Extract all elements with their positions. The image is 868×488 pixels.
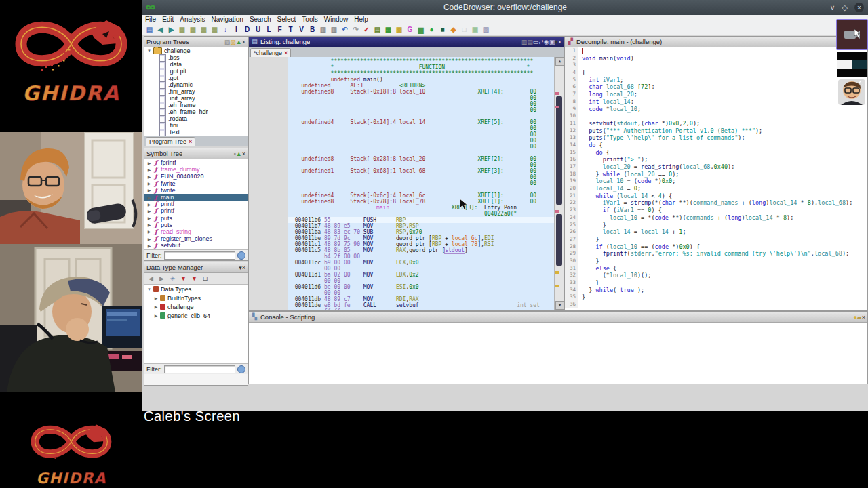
- listing-line[interactable]: ****************************************…: [288, 58, 554, 64]
- decompile-line[interactable]: 24 local_10 = *(code **)(commands + (lon…: [565, 214, 867, 222]
- close-icon[interactable]: ×: [242, 264, 245, 271]
- menu-file[interactable]: File: [145, 16, 156, 23]
- listing-line[interactable]: undefined8 Stack[-0x18]:8 local_10 XREF[…: [288, 89, 554, 95]
- arrowl-icon[interactable]: ◀: [147, 275, 155, 283]
- close-icon[interactable]: ×: [862, 314, 865, 321]
- tree-item-init_array[interactable]: .init_array: [144, 95, 248, 102]
- console-output[interactable]: [249, 323, 867, 384]
- decompile-line[interactable]: 21 while (local_14 < 4) {: [565, 192, 867, 200]
- expand-icon[interactable]: ▶: [147, 174, 151, 179]
- symbol-register_tm_clones[interactable]: ▶ƒregister_tm_clones: [144, 235, 248, 242]
- snapshot-add-icon[interactable]: ▣: [471, 25, 479, 34]
- listing-header[interactable]: ▤ Listing: challenge ▥▤▭⇄◉▣▾×: [249, 37, 564, 47]
- expand-icon[interactable]: ▶: [147, 161, 151, 165]
- decompile-header[interactable]: ▞ Decompile: main - (challenge) ↻▥×: [565, 37, 867, 47]
- listing-line[interactable]: 00 00: [288, 278, 554, 284]
- decompile-line[interactable]: 31 else {: [565, 265, 867, 272]
- function-graph-icon[interactable]: G: [406, 25, 414, 34]
- menu-edit[interactable]: Edit: [162, 16, 174, 23]
- decompile-line[interactable]: 16 printf("> ");: [565, 156, 867, 163]
- close-tab-icon[interactable]: ×: [284, 49, 288, 56]
- back-icon[interactable]: ◀: [156, 25, 165, 34]
- listing-line[interactable]: 00: [288, 101, 554, 107]
- data-V-icon[interactable]: V: [297, 25, 306, 34]
- decompile-line[interactable]: 13 puts("Type \'help\' for a list of com…: [565, 134, 867, 142]
- dtm-header[interactable]: Data Type Manager ▾×: [144, 262, 248, 273]
- listing-line[interactable]: 004011ba 48 83 ec 70 SUB RSP,0x70: [288, 229, 554, 235]
- symbol-main[interactable]: ▶ƒmain: [144, 194, 248, 201]
- decompile-line[interactable]: 35}: [565, 293, 867, 301]
- maximize-button[interactable]: ◇: [842, 3, 848, 12]
- program-tree-tab[interactable]: Program Tree ×: [146, 137, 195, 146]
- menu-navigation[interactable]: Navigation: [212, 16, 243, 23]
- decompile-line[interactable]: 29 fprintf(stderr,"error: %s: invalid co…: [565, 250, 867, 258]
- clipboard-paste-icon[interactable]: ▥: [330, 25, 338, 34]
- dtm-item-BuiltInTypes[interactable]: ▶BuiltInTypes: [144, 293, 248, 302]
- listing-line[interactable]: 004011b7 48 89 e5 MOV RBP,RSP: [288, 223, 554, 229]
- symbol-puts[interactable]: ▶ƒputs: [144, 215, 248, 222]
- listing-line[interactable]: 00: [288, 138, 554, 144]
- decompile-line[interactable]: 30 }: [565, 258, 867, 265]
- listing-line[interactable]: undefined4 Stack[-0x6c]:4 local_6c XREF[…: [288, 192, 554, 199]
- memory-map-icon[interactable]: ■: [438, 25, 447, 34]
- dtm-filter-input[interactable]: [164, 365, 236, 373]
- decompile-line[interactable]: 3: [565, 62, 867, 69]
- decompile-body[interactable]: 12void main(void)34{5 int iVar1;6 char l…: [565, 47, 867, 310]
- data-L-icon[interactable]: L: [264, 25, 273, 34]
- expand-icon[interactable]: ▶: [147, 229, 151, 234]
- decompile-line[interactable]: 26 local_14 = local_14 + 1;: [565, 228, 867, 236]
- decompile-line[interactable]: 10: [565, 113, 867, 120]
- validate-icon[interactable]: ✓: [362, 25, 371, 34]
- expand-icon[interactable]: ▼: [147, 49, 151, 53]
- decompile-line[interactable]: 25 }: [565, 222, 867, 229]
- copy-icon[interactable]: ▥: [521, 39, 528, 45]
- listing-line[interactable]: 004011c1 48 89 75 90 MOV qword ptr [RBP …: [288, 241, 554, 247]
- listing-line[interactable]: undefined8 Stack[-0x28]:8 local_20 XREF[…: [288, 156, 554, 162]
- pointer-down-icon[interactable]: ↓: [221, 25, 230, 34]
- arrowr-icon[interactable]: ▶: [158, 275, 165, 283]
- decompile-line[interactable]: 28 if (local_10 == (code *)0x0) {: [565, 243, 867, 251]
- listing-line[interactable]: 004011de e8 bd fe CALL setvbuf int set: [288, 302, 554, 308]
- expand-icon[interactable]: ▶: [147, 216, 151, 220]
- bookmark-icon[interactable]: ◆: [449, 25, 458, 34]
- scroll-thumb[interactable]: [556, 214, 562, 266]
- tree-item-fini[interactable]: .fini: [144, 122, 248, 129]
- expand-icon[interactable]: ▶: [147, 237, 151, 241]
- listing-line[interactable]: 004011be 89 7d 9c MOV dword ptr [RBP + l…: [288, 235, 554, 241]
- listing-body[interactable]: ****************************************…: [249, 57, 564, 310]
- listing-line[interactable]: b4 2f 00 00: [288, 253, 554, 260]
- table-view-icon[interactable]: ▦: [384, 25, 393, 34]
- listing-line[interactable]: 00 00: [288, 290, 554, 296]
- cursor-icon[interactable]: ▭: [533, 39, 539, 45]
- chart-icon[interactable]: ▆: [416, 25, 425, 34]
- decompile-line[interactable]: 9 code *local_10;: [565, 106, 867, 113]
- diff-icon[interactable]: ⇄: [538, 39, 544, 45]
- close-button[interactable]: ×: [854, 3, 864, 12]
- snapshot-icon[interactable]: ◉: [544, 39, 549, 45]
- expand-icon[interactable]: ▶: [147, 202, 151, 207]
- resources-icon[interactable]: ▩: [395, 25, 403, 34]
- close-icon[interactable]: ×: [242, 39, 245, 45]
- expand-icon[interactable]: ▶: [147, 188, 151, 192]
- listing-line[interactable]: 00: [288, 125, 554, 131]
- listing-line[interactable]: 00: [288, 131, 554, 138]
- listing-line[interactable]: 00: [288, 174, 554, 180]
- expand-icon[interactable]: ▶: [147, 167, 151, 172]
- paste-icon[interactable]: ▤: [527, 39, 533, 45]
- menu-window[interactable]: Window: [324, 16, 349, 23]
- listing-line[interactable]: 004011c5 48 8b 05 MOV RAX,qword ptr [std…: [288, 247, 554, 253]
- symbol-tree-header[interactable]: Symbol Tree ▪▲×: [144, 148, 248, 159]
- listing-line[interactable]: 00: [288, 144, 554, 150]
- data-T-icon[interactable]: T: [286, 25, 295, 34]
- collapse-icon[interactable]: ⊟: [201, 275, 209, 283]
- symbol-fprintf[interactable]: ▶ƒfprintf: [144, 159, 248, 166]
- listing-line[interactable]: * FUNCTION *: [288, 64, 554, 70]
- expand-icon[interactable]: ▶: [147, 222, 151, 227]
- decompile-line[interactable]: 6 char local_68 [72];: [565, 83, 867, 91]
- listing-line[interactable]: 00: [288, 162, 554, 168]
- expand-icon[interactable]: ▶: [154, 313, 158, 318]
- scroll-up-icon[interactable]: ▲: [555, 57, 564, 66]
- decompile-line[interactable]: 11 setvbuf(stdout,(char *)0x0,2,0);: [565, 120, 867, 127]
- listing-line[interactable]: 004011d1 ba 02 00 MOV EDX,0x2: [288, 272, 554, 278]
- listing-line[interactable]: undefined1 Stack[-0x68]:1 local_68 XREF[…: [288, 168, 554, 174]
